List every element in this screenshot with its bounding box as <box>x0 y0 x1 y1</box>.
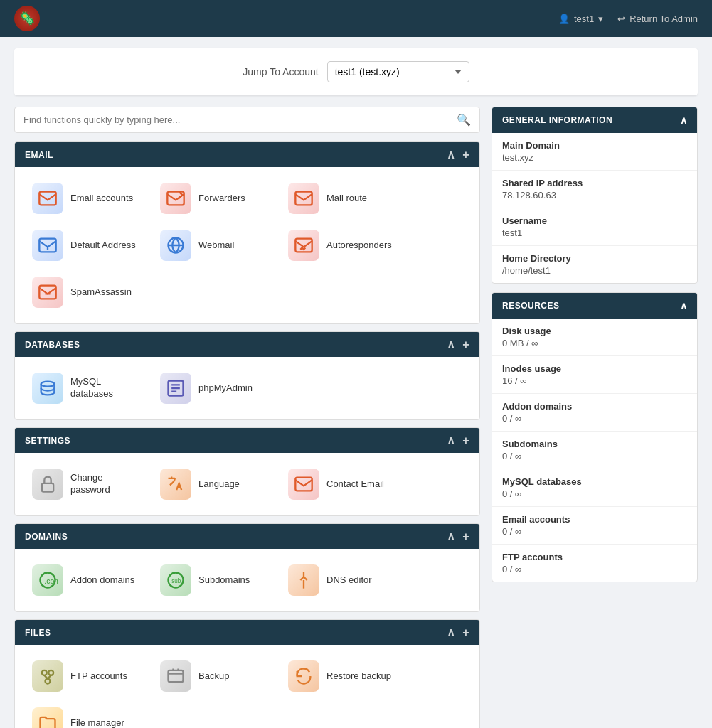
feature-autoresponders[interactable]: Autoresponders <box>282 225 403 265</box>
resource-row-value: 0 / ∞ <box>502 526 687 537</box>
feature-backup[interactable]: Backup <box>154 656 275 696</box>
search-input[interactable] <box>23 114 457 125</box>
general-info-row: Home Directory /home/test1 <box>492 246 697 283</box>
collapse-general-icon[interactable]: ∧ <box>680 114 688 126</box>
feature-ftp-accounts[interactable]: FTP accounts <box>26 656 147 696</box>
add-databases-icon[interactable]: + <box>462 338 469 351</box>
general-info-header: GENERAL INFORMATION ∧ <box>492 107 697 133</box>
collapse-settings-icon[interactable]: ∧ <box>447 434 456 447</box>
feature-label-dns-editor: DNS editor <box>326 574 372 587</box>
resources-title: RESOURCES <box>502 301 560 311</box>
feature-icon-default-address <box>32 230 63 261</box>
add-files-icon[interactable]: + <box>462 626 469 639</box>
svg-rect-6 <box>39 286 55 299</box>
resource-row-label: Disk usage <box>502 326 687 336</box>
feature-mail-route[interactable]: Mail route <box>282 178 403 218</box>
section-controls-settings: ∧ + <box>447 434 469 447</box>
feature-label-change-password: Change password <box>70 472 142 496</box>
feature-restore-backup[interactable]: Restore backup <box>282 656 403 696</box>
add-email-icon[interactable]: + <box>462 149 469 161</box>
svg-text:.com: .com <box>44 577 58 585</box>
feature-mysql-databases[interactable]: MySQL databases <box>26 368 147 408</box>
feature-icon-mysql-databases <box>32 373 63 404</box>
feature-label-phpmyadmin: phpMyAdmin <box>198 382 253 395</box>
feature-label-subdomains: Subdomains <box>198 574 250 587</box>
general-info-rows: Main Domain test.xyzShared IP address 78… <box>492 133 697 283</box>
feature-icon-autoresponders <box>288 230 319 261</box>
section-header-databases: DATABASES ∧ + <box>15 332 479 357</box>
feature-label-mysql-databases: MySQL databases <box>70 376 142 400</box>
feature-label-autoresponders: Autoresponders <box>326 240 392 252</box>
left-panel: 🔍 EMAIL ∧ + Email accounts Forwarders <box>14 107 480 728</box>
resources-box: RESOURCES ∧ Disk usage 0 MB / ∞Inodes us… <box>492 292 698 582</box>
feature-phpmyadmin[interactable]: phpMyAdmin <box>154 368 275 408</box>
feature-subdomains[interactable]: sub Subdomains <box>154 560 275 600</box>
feature-label-webmail: Webmail <box>198 240 234 252</box>
feature-label-restore-backup: Restore backup <box>326 670 391 682</box>
add-domains-icon[interactable]: + <box>462 530 469 543</box>
info-row-value: /home/test1 <box>502 265 687 276</box>
section-files: FILES ∧ + FTP accounts Backup Restore ba… <box>14 619 480 728</box>
resources-row: Subdomains 0 / ∞ <box>492 432 697 469</box>
section-email: EMAIL ∧ + Email accounts Forwarders Mail… <box>14 141 480 324</box>
section-header-domains: DOMAINS ∧ + <box>15 524 479 549</box>
resources-header: RESOURCES ∧ <box>492 293 697 318</box>
feature-webmail[interactable]: Webmail <box>154 225 275 265</box>
feature-label-contact-email: Contact Email <box>326 478 384 491</box>
feature-addon-domains[interactable]: .com Addon domains <box>26 560 147 600</box>
user-menu[interactable]: 👤 test1 ▾ <box>558 14 603 24</box>
feature-file-manager[interactable]: File manager <box>26 703 147 728</box>
general-info-box: GENERAL INFORMATION ∧ Main Domain test.x… <box>492 107 698 284</box>
general-info-row: Username test1 <box>492 208 697 246</box>
feature-icon-restore-backup <box>288 660 319 692</box>
resources-row: Addon domains 0 / ∞ <box>492 394 697 432</box>
resource-row-label: MySQL databases <box>502 476 687 487</box>
add-settings-icon[interactable]: + <box>462 434 469 447</box>
resources-row: Inodes usage 16 / ∞ <box>492 356 697 394</box>
feature-label-default-address: Default Address <box>70 240 136 252</box>
feature-label-file-manager: File manager <box>70 717 124 728</box>
logo: 🦠 <box>14 6 40 31</box>
username-label: test1 <box>574 14 594 24</box>
svg-text:sub: sub <box>171 578 181 584</box>
svg-rect-10 <box>42 483 53 492</box>
section-body-databases: MySQL databases phpMyAdmin <box>15 357 479 419</box>
feature-email-accounts[interactable]: Email accounts <box>26 178 147 218</box>
info-row-label: Main Domain <box>502 140 687 151</box>
section-title-domains: DOMAINS <box>25 532 68 542</box>
feature-spamassassin[interactable]: SpamAssassin <box>26 272 147 312</box>
jump-to-account-select[interactable]: test1 (test.xyz) <box>327 61 469 82</box>
feature-forwarders[interactable]: Forwarders <box>154 178 275 218</box>
resources-row: Disk usage 0 MB / ∞ <box>492 318 697 356</box>
info-row-value: test.xyz <box>502 152 687 163</box>
return-icon: ↩ <box>617 14 625 24</box>
collapse-files-icon[interactable]: ∧ <box>447 626 456 639</box>
feature-language[interactable]: Language <box>154 464 275 504</box>
search-icon: 🔍 <box>457 113 471 127</box>
resource-row-value: 16 / ∞ <box>502 375 687 386</box>
feature-icon-forwarders <box>160 183 191 214</box>
section-title-databases: DATABASES <box>25 340 80 350</box>
sections-container: EMAIL ∧ + Email accounts Forwarders Mail… <box>14 141 480 728</box>
header: 🦠 👤 test1 ▾ ↩ Return To Admin <box>0 0 712 37</box>
resources-rows: Disk usage 0 MB / ∞Inodes usage 16 / ∞Ad… <box>492 318 697 582</box>
collapse-domains-icon[interactable]: ∧ <box>447 530 456 543</box>
collapse-databases-icon[interactable]: ∧ <box>447 338 456 351</box>
collapse-email-icon[interactable]: ∧ <box>447 148 456 161</box>
section-controls-databases: ∧ + <box>447 338 469 351</box>
section-title-email: EMAIL <box>25 150 53 160</box>
info-row-value: 78.128.60.63 <box>502 190 687 200</box>
svg-point-18 <box>42 670 47 675</box>
resource-row-value: 0 / ∞ <box>502 413 687 424</box>
feature-default-address[interactable]: Default Address <box>26 225 147 265</box>
feature-dns-editor[interactable]: DNS editor <box>282 560 403 600</box>
svg-point-19 <box>48 670 53 675</box>
svg-rect-2 <box>295 192 312 205</box>
svg-line-22 <box>48 675 51 679</box>
feature-contact-email[interactable]: Contact Email <box>282 464 403 504</box>
feature-change-password[interactable]: Change password <box>26 464 147 504</box>
section-domains: DOMAINS ∧ + .com Addon domains sub Subdo… <box>14 523 480 612</box>
collapse-resources-icon[interactable]: ∧ <box>680 300 688 311</box>
return-to-admin-button[interactable]: ↩ Return To Admin <box>617 14 698 24</box>
feature-label-language: Language <box>198 478 240 491</box>
